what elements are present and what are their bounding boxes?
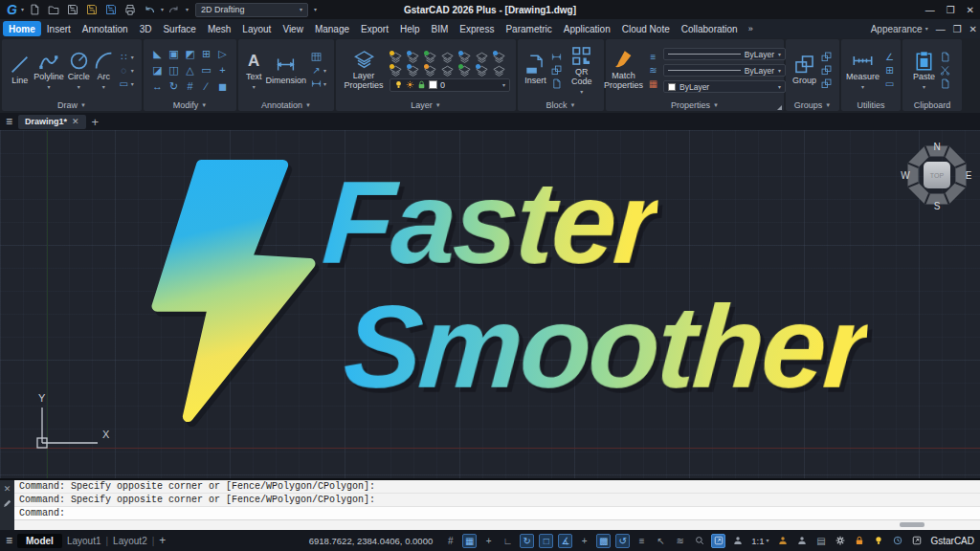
- tab-help[interactable]: Help: [394, 21, 426, 36]
- ribbon-minimize-button[interactable]: —: [936, 24, 946, 34]
- angle-snap-toggle[interactable]: ∡: [558, 534, 572, 548]
- save-all-button[interactable]: [103, 3, 120, 17]
- point-tool-icon[interactable]: ∷: [118, 52, 130, 63]
- explode-tool-icon[interactable]: #: [182, 78, 198, 95]
- tab-express[interactable]: Express: [454, 21, 500, 36]
- new-layout-button[interactable]: +: [159, 534, 166, 547]
- view-compass[interactable]: TOP N E S W: [900, 138, 974, 212]
- new-drawing-tab-button[interactable]: +: [92, 115, 100, 129]
- new-file-button[interactable]: [27, 3, 43, 17]
- layer-properties-button[interactable]: Layer Properties: [342, 50, 386, 91]
- tab-3d[interactable]: 3D: [134, 21, 158, 36]
- object-snap-toggle[interactable]: ↻: [520, 534, 534, 548]
- break-tool-icon[interactable]: ∕: [198, 78, 214, 95]
- layer-walk-icon[interactable]: [441, 64, 457, 76]
- panel-clipboard-label-row[interactable]: Clipboard: [902, 99, 962, 111]
- open-file-button[interactable]: [46, 3, 62, 17]
- paste-button[interactable]: Paste▾: [913, 51, 935, 90]
- copy-clip-icon[interactable]: [939, 52, 951, 63]
- leader-tool-icon[interactable]: ↗: [310, 65, 323, 77]
- time-button[interactable]: [890, 534, 904, 548]
- tab-collaboration[interactable]: Collaboration: [676, 21, 744, 36]
- rectangle-caret-icon[interactable]: ▾: [131, 81, 134, 87]
- erase-tool-icon[interactable]: ◣: [149, 46, 166, 62]
- mirror-tool-icon[interactable]: ◩: [182, 46, 198, 62]
- undo-button[interactable]: [142, 3, 158, 17]
- zoom-tool-button[interactable]: [692, 534, 706, 548]
- file-tab-close-icon[interactable]: ✕: [72, 117, 79, 126]
- ortho-mode-toggle[interactable]: ∟: [501, 534, 515, 548]
- layer-dropdown[interactable]: 0 ▾: [390, 78, 510, 92]
- ellipse-tool-icon[interactable]: ◌: [118, 65, 130, 77]
- save-as-button[interactable]: [84, 3, 100, 17]
- tab-surface[interactable]: Surface: [157, 21, 201, 36]
- dimension-tool-button[interactable]: Dimension: [265, 55, 306, 86]
- compass-west-label[interactable]: W: [901, 170, 910, 181]
- panel-utilities-label-row[interactable]: Utilities: [841, 99, 901, 111]
- join-tool-icon[interactable]: ◼: [214, 78, 231, 95]
- angle-measure-icon[interactable]: ∠: [883, 52, 896, 63]
- properties-expander-icon[interactable]: [777, 105, 782, 110]
- workspace-list-button[interactable]: ▤: [813, 534, 828, 548]
- stretch-tool-icon[interactable]: ▭: [198, 62, 214, 78]
- tab-manage[interactable]: Manage: [309, 21, 355, 36]
- text-tool-button[interactable]: AText▾: [246, 51, 262, 90]
- workspace-dropdown[interactable]: 2D Drafting ▾: [195, 3, 308, 17]
- calculator-icon[interactable]: ⊞: [883, 65, 896, 77]
- tab-annotation[interactable]: Annotation: [77, 21, 134, 36]
- layer-current-icon[interactable]: [493, 64, 508, 76]
- select-rect-icon[interactable]: ▭: [883, 78, 896, 90]
- restore-button[interactable]: ❐: [947, 5, 955, 15]
- array-tool-icon[interactable]: ⊞: [198, 46, 214, 62]
- dim-style-caret-icon[interactable]: ▾: [323, 81, 326, 87]
- scale-tool-icon[interactable]: △: [182, 62, 198, 78]
- undo-caret-icon[interactable]: ▾: [161, 7, 164, 12]
- file-tab-menu-icon[interactable]: ≡: [6, 116, 12, 127]
- lineweight-dropdown[interactable]: ByLayer▾: [663, 48, 786, 60]
- tab-export[interactable]: Export: [355, 21, 394, 36]
- layout1-tab[interactable]: Layout1: [67, 536, 101, 546]
- linetype-dropdown[interactable]: ByLayer▾: [663, 64, 786, 77]
- cut-clip-icon[interactable]: [939, 65, 951, 77]
- status-menu-icon[interactable]: ≡: [6, 535, 12, 546]
- layout2-tab[interactable]: Layout2: [113, 536, 147, 546]
- minimize-button[interactable]: —: [925, 5, 935, 15]
- ui-lock-button[interactable]: [852, 534, 866, 548]
- lineweight-display-toggle[interactable]: ≡: [635, 534, 649, 548]
- ungroup-icon[interactable]: [820, 52, 833, 63]
- rectangle-tool-icon[interactable]: ▭: [118, 78, 130, 90]
- redo-button[interactable]: [167, 3, 183, 17]
- offset-tool-icon[interactable]: ▷: [214, 46, 231, 62]
- print-button[interactable]: [122, 3, 139, 17]
- layer-lock-icon[interactable]: [458, 51, 474, 62]
- table-tool-icon[interactable]: [310, 52, 323, 63]
- dim-style-tool-icon[interactable]: [310, 78, 323, 90]
- annotation-monitor-button[interactable]: [794, 534, 809, 548]
- panel-draw-label-row[interactable]: Draw▼: [2, 99, 142, 111]
- auto-scale-button[interactable]: [775, 534, 790, 548]
- tab-parametric[interactable]: Parametric: [500, 21, 557, 36]
- annotation-visibility-button[interactable]: [730, 534, 745, 548]
- command-close-icon[interactable]: ✕: [4, 484, 11, 494]
- point-caret-icon[interactable]: ▾: [131, 55, 134, 60]
- panel-annotation-label-row[interactable]: Annotation▼: [238, 99, 334, 111]
- tab-application[interactable]: Application: [558, 21, 616, 36]
- selection-filter-toggle[interactable]: ↖: [654, 534, 668, 548]
- line-tool-button[interactable]: Line: [10, 55, 30, 86]
- display-toggle[interactable]: [711, 534, 725, 548]
- file-tab-drawing1[interactable]: Drawing1* ✕: [18, 115, 86, 129]
- isometric-drafting-toggle[interactable]: +: [577, 534, 591, 548]
- match-properties-button[interactable]: Match Properties: [604, 50, 643, 91]
- polar-tracking-toggle[interactable]: +: [481, 534, 496, 548]
- lineweight-list-icon[interactable]: ≡: [647, 52, 659, 63]
- block-attrib-icon[interactable]: [550, 78, 563, 90]
- measure-button[interactable]: Measure▾: [846, 51, 880, 90]
- move-tool-icon[interactable]: ◪: [149, 62, 166, 78]
- group-button[interactable]: Group: [792, 55, 816, 86]
- tab-mesh[interactable]: Mesh: [202, 21, 236, 36]
- group-select-icon[interactable]: [820, 78, 833, 90]
- object-snap-tracking-toggle[interactable]: □: [539, 534, 553, 548]
- compass-south-label[interactable]: S: [934, 201, 941, 211]
- layer-thaw-icon[interactable]: [441, 51, 457, 62]
- group-edit-icon[interactable]: [820, 65, 833, 77]
